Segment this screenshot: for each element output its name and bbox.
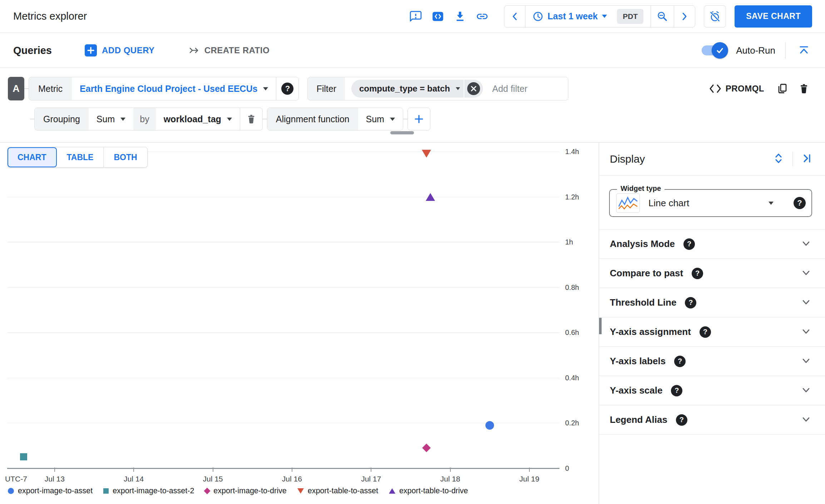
legend-item-export-image-to-asset[interactable]: export-image-to-asset bbox=[8, 486, 93, 495]
add-filter-input[interactable] bbox=[492, 84, 568, 94]
time-forward-button[interactable] bbox=[674, 6, 695, 27]
scrollbar-indicator[interactable] bbox=[599, 318, 602, 334]
filter-chip[interactable]: compute_type = batch bbox=[351, 80, 483, 98]
legend-item-export-table-to-drive[interactable]: export-table-to-drive bbox=[389, 486, 468, 495]
plus-icon bbox=[413, 113, 425, 125]
data-point-export-image-to-asset-2 bbox=[20, 453, 27, 460]
help-icon[interactable]: ? bbox=[700, 326, 711, 338]
zoom-out-icon[interactable] bbox=[651, 6, 674, 27]
query-letter-badge: A bbox=[8, 77, 24, 100]
unfold-sections-icon[interactable] bbox=[772, 152, 785, 166]
section-y-axis-scale[interactable]: Y-axis scale? bbox=[599, 376, 825, 405]
copy-icon[interactable] bbox=[774, 80, 791, 97]
chevron-down-icon bbox=[801, 238, 811, 250]
legend-marker bbox=[204, 488, 211, 494]
legend-item-export-image-to-drive[interactable]: export-image-to-drive bbox=[205, 486, 286, 495]
collapse-panel-icon[interactable] bbox=[801, 152, 813, 166]
add-subquery-button[interactable] bbox=[407, 108, 430, 130]
create-ratio-button[interactable]: CREATE RATIO bbox=[189, 45, 270, 56]
metric-dropdown[interactable]: Earth Engine Cloud Project - Used EECUs bbox=[72, 77, 276, 100]
view-tab-both[interactable]: BOTH bbox=[104, 147, 147, 167]
widget-type-value: Line chart bbox=[648, 198, 689, 209]
connector bbox=[403, 119, 407, 119]
widget-type-select[interactable]: Widget type Line chart ? bbox=[609, 189, 812, 217]
section-compare-to-past[interactable]: Compare to past? bbox=[599, 259, 825, 288]
clock-icon bbox=[533, 11, 543, 22]
group-by-dropdown[interactable]: workload_tag bbox=[156, 108, 240, 130]
legend-label: export-table-to-drive bbox=[399, 486, 468, 495]
help-icon[interactable]: ? bbox=[671, 385, 682, 396]
gridline bbox=[7, 423, 559, 423]
y-tick-label: 1h bbox=[565, 238, 573, 246]
time-range-dropdown[interactable]: Last 1 week PDT bbox=[525, 6, 651, 27]
view-tab-chart[interactable]: CHART bbox=[8, 147, 57, 167]
alarm-off-icon[interactable] bbox=[704, 5, 726, 28]
section-y-axis-assignment[interactable]: Y-axis assignment? bbox=[599, 317, 825, 347]
view-tab-table[interactable]: TABLE bbox=[57, 147, 104, 167]
section-label: Threshold Line bbox=[610, 297, 676, 308]
resize-handle[interactable] bbox=[390, 131, 414, 134]
add-query-button[interactable]: ADD QUERY bbox=[85, 44, 155, 56]
plus-icon bbox=[85, 44, 97, 56]
download-icon[interactable] bbox=[452, 8, 468, 25]
delete-query-icon[interactable] bbox=[796, 80, 812, 97]
help-icon[interactable]: ? bbox=[794, 197, 806, 209]
divider bbox=[792, 152, 793, 166]
chart-legend: export-image-to-assetexport-image-to-ass… bbox=[8, 486, 468, 495]
collapse-up-icon[interactable] bbox=[796, 42, 812, 59]
alignment-field: Alignment function Sum bbox=[267, 108, 403, 130]
code-icon[interactable] bbox=[430, 8, 446, 25]
create-ratio-icon bbox=[189, 45, 199, 56]
promql-button[interactable]: PROMQL bbox=[709, 84, 764, 94]
auto-run-label: Auto-Run bbox=[736, 45, 775, 56]
section-legend-alias[interactable]: Legend Alias? bbox=[599, 405, 825, 435]
view-tabs: CHARTTABLEBOTH bbox=[7, 147, 148, 168]
help-icon[interactable]: ? bbox=[674, 356, 686, 367]
legend-item-export-image-to-asset-2[interactable]: export-image-to-asset-2 bbox=[103, 486, 194, 495]
y-tick-label: 0.4h bbox=[565, 374, 579, 382]
x-tick-label: Jul 13 bbox=[45, 475, 65, 483]
section-label: Compare to past bbox=[610, 268, 683, 279]
chevron-down-icon bbox=[120, 118, 125, 121]
x-tick-mark bbox=[371, 468, 371, 472]
connector bbox=[24, 88, 29, 89]
remove-grouping-icon[interactable] bbox=[240, 108, 262, 130]
by-label: by bbox=[133, 108, 155, 130]
section-label: Y-axis labels bbox=[610, 356, 666, 367]
chevron-down-icon bbox=[456, 87, 460, 90]
section-y-axis-labels[interactable]: Y-axis labels? bbox=[599, 347, 825, 376]
section-analysis-mode[interactable]: Analysis Mode? bbox=[599, 229, 825, 259]
chevron-down-icon bbox=[801, 326, 811, 338]
gridline bbox=[7, 332, 559, 333]
section-label: Legend Alias bbox=[610, 414, 667, 425]
auto-run-toggle[interactable] bbox=[702, 45, 727, 55]
legend-label: export-image-to-asset bbox=[18, 486, 93, 495]
chart-plot-area[interactable]: UTC-7 1.4h1.2h1h0.8h0.6h0.4h0.2h0Jul 13J… bbox=[7, 152, 559, 468]
help-icon[interactable]: ? bbox=[683, 238, 695, 250]
time-back-button[interactable] bbox=[504, 6, 525, 27]
legend-label: export-image-to-asset-2 bbox=[113, 486, 194, 495]
help-icon[interactable]: ? bbox=[692, 268, 703, 279]
promql-label: PROMQL bbox=[726, 84, 764, 94]
save-chart-button[interactable]: SAVE CHART bbox=[735, 5, 812, 28]
y-tick-label: 0.6h bbox=[565, 328, 579, 337]
query-row-metric: A Metric Earth Engine Cloud Project - Us… bbox=[8, 77, 812, 100]
legend-item-export-table-to-asset[interactable]: export-table-to-asset bbox=[297, 486, 378, 495]
help-icon: ? bbox=[281, 83, 293, 95]
alignment-dropdown[interactable]: Sum bbox=[358, 108, 403, 130]
metrics-explorer-page: Metrics explorer Last 1 week bbox=[0, 0, 825, 504]
help-icon[interactable]: ? bbox=[676, 414, 687, 426]
grouping-dropdown[interactable]: Sum bbox=[89, 108, 133, 130]
metric-label: Metric bbox=[29, 77, 72, 100]
x-tick-mark bbox=[529, 468, 530, 472]
metric-help[interactable]: ? bbox=[276, 77, 298, 100]
link-icon[interactable] bbox=[474, 8, 490, 25]
section-threshold-line[interactable]: Threshold Line? bbox=[599, 288, 825, 317]
display-sections: Analysis Mode?Compare to past?Threshold … bbox=[599, 229, 825, 435]
gridline bbox=[7, 287, 559, 288]
help-icon[interactable]: ? bbox=[685, 297, 696, 308]
x-tick-mark bbox=[54, 468, 55, 472]
feedback-icon[interactable] bbox=[407, 8, 424, 25]
timezone-corner-label: UTC-7 bbox=[5, 475, 27, 483]
remove-filter-icon[interactable] bbox=[467, 82, 480, 95]
